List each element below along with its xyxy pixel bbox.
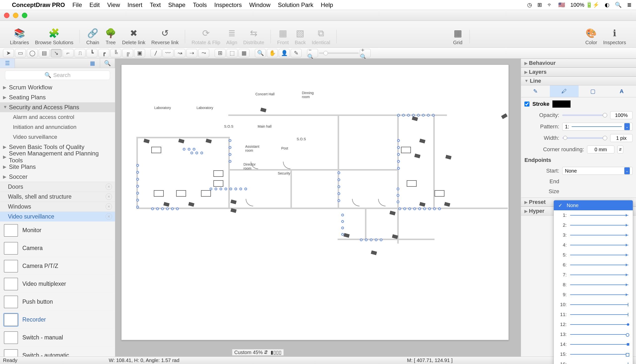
minimize-window-button[interactable] [13, 13, 19, 18]
corner-value[interactable]: 0 mm [587, 146, 614, 154]
remove-lib-icon[interactable]: × [106, 213, 112, 220]
dropdown-option-13[interactable]: 13: [554, 330, 633, 340]
ellipse-tool[interactable]: ◯ [27, 49, 38, 57]
stroke-checkbox[interactable] [524, 102, 529, 106]
menu-view[interactable]: View [107, 2, 120, 8]
toolbar-reverse-link[interactable]: ↺Reverse link [151, 28, 179, 46]
tree-soccer[interactable]: ▶Soccer [0, 172, 115, 182]
toolbar-tree[interactable]: 🌳Tree [105, 28, 116, 46]
conn-type-5[interactable]: ╚ [110, 49, 121, 57]
traffic-lights[interactable] [4, 13, 27, 18]
tree-seven-management-and-planning-tools[interactable]: ▶Seven Management and Planning Tools [0, 152, 115, 162]
menu-text[interactable]: Text [150, 2, 161, 8]
tree-walls-shell-and-structure[interactable]: Walls, shell and structure× [0, 192, 115, 202]
stencil-push-button[interactable]: Push button [0, 293, 115, 311]
line-tab-stroke[interactable]: 🖊︎ [550, 86, 579, 97]
menu-insert[interactable]: Insert [128, 2, 142, 8]
left-tab-libraries[interactable]: ☰ [0, 58, 15, 68]
text-tool[interactable]: ▤ [39, 49, 50, 57]
stencil-monitor[interactable]: Monitor [0, 222, 115, 239]
canvas-area[interactable]: LaboratoryLaboratoryConcert HallDinning … [115, 58, 521, 356]
snap-1[interactable]: ⊞ [215, 49, 226, 57]
status-clock-icon[interactable]: ◷ [527, 2, 532, 8]
conn-type-1[interactable]: ⌐ [63, 49, 74, 57]
dropdown-option-6[interactable]: 6: [554, 260, 633, 270]
tree-alarm-and-access-control[interactable]: Alarm and access control [0, 112, 115, 122]
section-line[interactable]: ▼Line [521, 76, 636, 86]
toolbar-libraries[interactable]: 📚Libraries [10, 28, 29, 46]
stencil-recorder[interactable]: Recorder [0, 311, 115, 329]
zoom-window-button[interactable] [22, 13, 27, 18]
toolbar-chain[interactable]: 🔗Chain [86, 28, 99, 46]
dropdown-option-none[interactable]: ✓None [554, 200, 633, 210]
tree-initiation-and-annunciation[interactable]: Initiation and annunciation [0, 122, 115, 132]
dropdown-option-2[interactable]: 2: [554, 220, 633, 230]
conn-type-6[interactable]: ╔ [122, 49, 133, 57]
conn-type-3[interactable]: ┗ [87, 49, 97, 57]
pointer-tool[interactable]: ➤ [3, 49, 14, 57]
dropdown-option-7[interactable]: 7: [554, 270, 633, 280]
remove-lib-icon[interactable]: × [106, 194, 112, 200]
tree-security-and-access-plans[interactable]: ▼Security and Access Plans [0, 102, 115, 112]
end-arrow-dropdown[interactable]: ✓None1:2:3:4:5:6:7:8:9:10:11:12:13:14:15… [553, 200, 633, 364]
menu-file[interactable]: File [72, 2, 82, 8]
drawing-page[interactable]: LaboratoryLaboratoryConcert HallDinning … [121, 64, 509, 340]
wifi-icon[interactable]: ᯤ [547, 2, 553, 8]
stencil-switch-automatic[interactable]: Switch - automatic [0, 346, 115, 356]
opacity-value[interactable]: 100% [610, 111, 632, 119]
dropdown-option-15[interactable]: 15: [554, 349, 633, 359]
toolbar-grid[interactable]: ▦Grid [452, 28, 463, 46]
library-search[interactable]: 🔍 Search [5, 70, 110, 80]
menu-shape[interactable]: Shape [168, 2, 185, 8]
flag-icon[interactable]: 🇺🇸 [558, 2, 565, 8]
remove-lib-icon[interactable]: × [106, 203, 112, 210]
dropdown-option-16[interactable]: 16: [554, 359, 633, 364]
sync-icon[interactable]: ◐ [605, 2, 609, 8]
dropdown-option-11[interactable]: 11: [554, 310, 633, 320]
zoom-slider[interactable] [319, 52, 359, 54]
section-layers[interactable]: ▶Layers [521, 68, 636, 76]
toolbar-browse-solutions[interactable]: 🧩Browse Solutions [35, 28, 74, 46]
zoom-indicator[interactable]: Custom 45% ⇵ ▮▯▯▯ [232, 349, 284, 356]
toolbar-delete-link[interactable]: ✖︎Delete link [122, 28, 145, 46]
left-tab-search[interactable]: 🔍 [100, 58, 115, 68]
curve-4[interactable]: ⇢ [186, 49, 197, 57]
menu-tools[interactable]: Tools [193, 2, 207, 8]
curve-5[interactable]: ⤳ [198, 49, 209, 57]
conn-type-7[interactable]: ▣ [134, 49, 145, 57]
line-tab-fill[interactable]: ▢ [579, 86, 607, 97]
spotlight-icon[interactable]: 🔍 [615, 2, 621, 8]
remove-lib-icon[interactable]: × [106, 184, 112, 190]
toolbar-color[interactable]: 🎨Color [585, 28, 597, 46]
dropdown-option-10[interactable]: 10: [554, 300, 633, 310]
zoom-stepper-icon[interactable]: ⇵ [264, 349, 268, 355]
section-behaviour[interactable]: ▶Behaviour [521, 58, 636, 68]
curve-2[interactable]: 〰︎ [163, 49, 173, 57]
rect-tool[interactable]: ▭ [15, 49, 26, 57]
menu-list-icon[interactable]: ≣ [627, 2, 631, 8]
stencil-camera[interactable]: Camera [0, 239, 115, 257]
tree-seating-plans[interactable]: ▶Seating Plans [0, 92, 115, 102]
tree-windows[interactable]: Windows× [0, 202, 115, 212]
dropdown-option-8[interactable]: 8: [554, 280, 633, 290]
tree-scrum-workflow[interactable]: ▶Scrum Workflow [0, 82, 115, 92]
tree-video-surveillance[interactable]: Video surveillance [0, 132, 115, 142]
snap-3[interactable]: ▦ [239, 49, 249, 57]
dropdown-option-12[interactable]: 12: [554, 320, 633, 330]
dropdown-option-14[interactable]: 14: [554, 340, 633, 349]
corner-stepper[interactable]: ⇵ [617, 146, 623, 154]
line-tab-text[interactable]: A [607, 86, 636, 97]
width-slider[interactable] [562, 137, 607, 139]
stroke-color-swatch[interactable] [552, 100, 571, 108]
dropdown-option-4[interactable]: 4: [554, 240, 633, 250]
opacity-slider[interactable] [562, 114, 607, 116]
dropdown-option-3[interactable]: 3: [554, 230, 633, 240]
width-value[interactable]: 1 pix [610, 134, 632, 142]
tree-doors[interactable]: Doors× [0, 182, 115, 192]
start-select[interactable]: None⌄ [562, 167, 632, 175]
pattern-select[interactable]: 1:⌄ [562, 123, 632, 130]
curve-3[interactable]: ↝ [174, 49, 185, 57]
dropdown-option-5[interactable]: 5: [554, 250, 633, 260]
conn-type-2[interactable]: ⎍ [75, 49, 86, 57]
connector-tool[interactable]: ↘︎ [51, 49, 62, 57]
